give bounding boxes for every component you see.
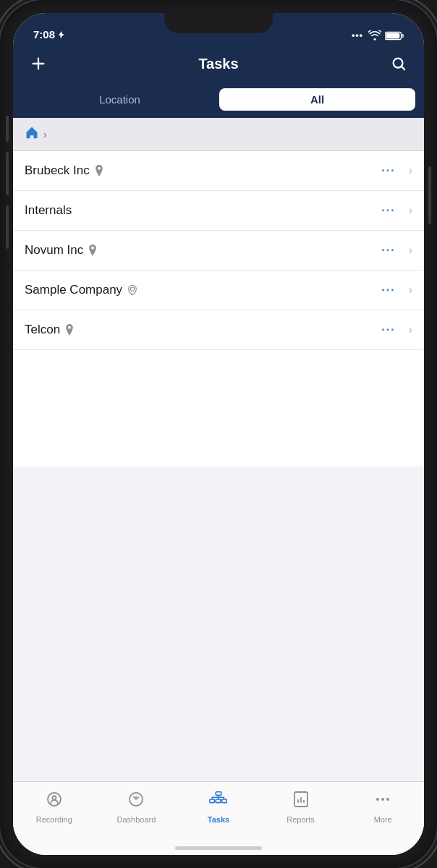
svg-point-17: [381, 798, 384, 801]
breadcrumb-chevron: ›: [43, 129, 47, 140]
list-item[interactable]: Internals ··· ›: [13, 191, 424, 231]
chevron-right-icon: ›: [409, 164, 412, 177]
empty-space: [13, 467, 424, 782]
mute-button: [6, 116, 9, 142]
reports-svg-icon: [293, 791, 309, 808]
tab-tasks-label: Tasks: [208, 815, 229, 824]
tab-all[interactable]: All: [219, 88, 415, 111]
company-name: Telcon: [25, 323, 376, 337]
home-svg-icon: [25, 125, 39, 140]
reports-icon: [293, 791, 309, 812]
item-actions: ··· ›: [376, 161, 412, 180]
tab-all-label: All: [310, 93, 324, 106]
dashboard-icon: [127, 791, 145, 812]
time-display: 7:08: [33, 28, 55, 41]
location-pin-icon: [64, 324, 75, 336]
svg-rect-13: [216, 799, 221, 803]
nav-title: Tasks: [198, 56, 238, 72]
location-arrow-icon: [57, 30, 66, 39]
battery-icon: [385, 31, 404, 41]
more-options-button[interactable]: ···: [376, 241, 401, 260]
search-icon: [391, 56, 407, 72]
item-actions: ··· ›: [376, 281, 412, 299]
nav-bar: Tasks: [13, 45, 424, 82]
wifi-icon: [368, 30, 381, 41]
phone-screen: 7:08: [13, 13, 424, 855]
company-name: Sample Company: [25, 283, 376, 297]
breadcrumb: ›: [13, 118, 424, 151]
company-name: Novum Inc: [25, 243, 376, 258]
company-name: Brubeck Inc: [25, 163, 376, 178]
chevron-right-icon: ›: [409, 204, 412, 217]
company-list: Brubeck Inc ··· › Internals: [13, 151, 424, 467]
tab-switcher: Location All: [13, 82, 424, 118]
tab-dashboard[interactable]: Dashboard: [96, 788, 178, 827]
chevron-right-icon: ›: [409, 323, 412, 336]
list-item[interactable]: Sample Company ··· ›: [13, 271, 424, 310]
add-button[interactable]: [27, 53, 49, 75]
home-bar: [13, 841, 424, 855]
volume-down-button: [6, 205, 9, 249]
content-area: › Brubeck Inc ··· ›: [13, 118, 424, 781]
bottom-tab-bar: Recording Dashboard: [13, 781, 424, 841]
more-svg-icon: [374, 791, 391, 808]
home-icon[interactable]: [25, 125, 39, 143]
more-options-button[interactable]: ···: [376, 320, 401, 339]
tasks-icon: [209, 791, 228, 812]
tab-more[interactable]: More: [341, 788, 424, 827]
item-actions: ··· ›: [376, 320, 412, 339]
tab-more-label: More: [374, 815, 392, 824]
location-pin-icon: [88, 244, 98, 256]
svg-rect-4: [402, 33, 404, 37]
tab-location[interactable]: Location: [22, 88, 218, 111]
item-actions: ··· ›: [376, 241, 412, 260]
svg-point-18: [386, 798, 389, 801]
tab-reports[interactable]: Reports: [260, 788, 342, 827]
svg-rect-14: [222, 799, 227, 803]
recording-icon: [46, 791, 63, 812]
plus-icon: [30, 56, 46, 72]
more-icon: [374, 791, 391, 812]
list-item[interactable]: Brubeck Inc ··· ›: [13, 151, 424, 191]
tab-reports-label: Reports: [287, 815, 315, 824]
tasks-svg-icon: [209, 791, 228, 808]
location-pin-outline-icon: [127, 284, 138, 296]
svg-point-2: [360, 34, 362, 37]
item-actions: ··· ›: [376, 201, 412, 220]
tab-recording[interactable]: Recording: [13, 788, 96, 827]
search-button[interactable]: [388, 53, 410, 75]
power-button: [428, 166, 431, 224]
tab-tasks[interactable]: Tasks: [177, 788, 260, 827]
svg-point-16: [376, 798, 379, 801]
svg-point-7: [130, 287, 134, 291]
list-item[interactable]: Telcon ··· ›: [13, 310, 424, 350]
svg-rect-5: [386, 33, 399, 38]
volume-up-button: [6, 152, 9, 195]
phone-frame: 7:08: [0, 0, 437, 868]
svg-point-9: [52, 796, 56, 800]
svg-point-0: [352, 34, 355, 37]
home-indicator: [175, 846, 262, 850]
recording-svg-icon: [46, 791, 63, 808]
more-options-button[interactable]: ···: [376, 281, 401, 299]
notch: [164, 13, 273, 33]
company-name: Internals: [25, 203, 376, 218]
svg-point-1: [356, 34, 359, 37]
more-options-button[interactable]: ···: [376, 201, 401, 220]
tab-location-label: Location: [99, 93, 140, 106]
chevron-right-icon: ›: [409, 284, 412, 297]
status-icons: [352, 30, 404, 41]
dashboard-svg-icon: [127, 791, 145, 808]
more-options-button[interactable]: ···: [376, 161, 401, 180]
chevron-right-icon: ›: [409, 244, 412, 257]
signal-dots-icon: [352, 31, 365, 40]
list-item[interactable]: Novum Inc ··· ›: [13, 231, 424, 271]
tab-recording-label: Recording: [36, 815, 72, 824]
tab-dashboard-label: Dashboard: [116, 815, 156, 824]
location-pin-icon: [94, 165, 104, 176]
status-time: 7:08: [33, 28, 66, 41]
